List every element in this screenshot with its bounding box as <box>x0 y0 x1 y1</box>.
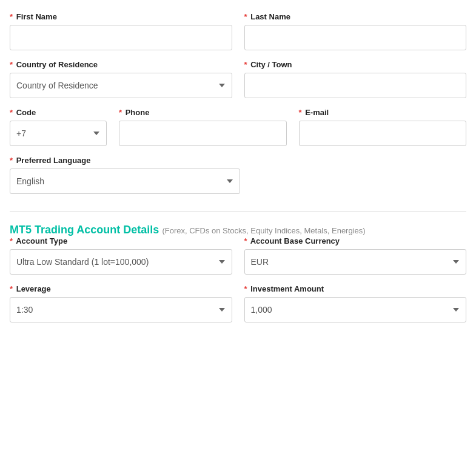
required-star-10: * <box>244 236 247 245</box>
last-name-group: * Last Name <box>244 12 467 50</box>
leverage-select[interactable]: 1:30 1:50 1:100 1:200 1:500 <box>10 297 232 322</box>
language-select-wrapper: English Russian Spanish German French <box>10 169 240 194</box>
first-name-group: * First Name <box>10 12 232 50</box>
first-name-input[interactable] <box>10 25 232 50</box>
country-select-wrapper: Country of Residence United States Unite… <box>10 73 232 98</box>
investment-select-wrapper: 1,000 5,000 10,000 50,000 <box>244 297 467 322</box>
trading-section-header: MT5 Trading Account Details (Forex, CFDs… <box>10 224 466 236</box>
required-star-8: * <box>10 156 13 165</box>
account-type-select-wrapper: Ultra Low Standard (1 lot=100,000) Ultra… <box>10 249 232 275</box>
country-label: * Country of Residence <box>10 60 232 69</box>
investment-label: * Investment Amount <box>244 284 467 293</box>
first-name-label: * First Name <box>10 12 232 21</box>
account-type-group: * Account Type Ultra Low Standard (1 lot… <box>10 236 232 275</box>
phone-label: * Phone <box>119 108 287 117</box>
required-star-9: * <box>10 236 13 245</box>
section-subtitle: (Forex, CFDs on Stocks, Equity Indices, … <box>162 226 365 235</box>
city-label: * City / Town <box>244 60 467 69</box>
language-group: * Preferred Language English Russian Spa… <box>10 156 240 194</box>
name-row: * First Name * Last Name <box>10 12 466 50</box>
phone-input[interactable] <box>119 121 287 146</box>
code-select-wrapper: +7 +1 +44 +49 +33 <box>10 121 107 146</box>
leverage-label: * Leverage <box>10 284 232 293</box>
phone-group: * Phone <box>119 108 287 146</box>
last-name-label: * Last Name <box>244 12 467 21</box>
required-star: * <box>10 12 13 21</box>
personal-details-section: * First Name * Last Name * Country of Re… <box>10 12 466 194</box>
country-city-row: * Country of Residence Country of Reside… <box>10 60 466 98</box>
leverage-group: * Leverage 1:30 1:50 1:100 1:200 1:500 <box>10 284 232 322</box>
required-star-11: * <box>10 284 13 293</box>
language-row: * Preferred Language English Russian Spa… <box>10 156 240 194</box>
required-star-12: * <box>244 284 247 293</box>
language-select[interactable]: English Russian Spanish German French <box>10 169 240 194</box>
account-type-label: * Account Type <box>10 236 232 245</box>
trading-details-section: MT5 Trading Account Details (Forex, CFDs… <box>10 224 466 322</box>
required-star-4: * <box>244 60 247 69</box>
required-star-2: * <box>244 12 247 21</box>
email-group: * E-mail <box>299 108 467 146</box>
code-label: * Code <box>10 108 107 117</box>
section-title: MT5 Trading Account Details (Forex, CFDs… <box>10 224 366 236</box>
investment-select[interactable]: 1,000 5,000 10,000 50,000 <box>244 297 467 322</box>
city-input[interactable] <box>244 73 467 98</box>
base-currency-select[interactable]: EUR USD GBP <box>244 249 467 275</box>
city-group: * City / Town <box>244 60 467 98</box>
required-star-7: * <box>299 108 302 117</box>
required-star-6: * <box>119 108 122 117</box>
code-select[interactable]: +7 +1 +44 +49 +33 <box>10 121 107 146</box>
code-phone-email-row: * Code +7 +1 +44 +49 +33 * Phone <box>10 108 466 146</box>
account-currency-row: * Account Type Ultra Low Standard (1 lot… <box>10 236 466 275</box>
section-divider <box>10 211 466 212</box>
base-currency-select-wrapper: EUR USD GBP <box>244 249 467 275</box>
last-name-input[interactable] <box>244 25 467 50</box>
language-label: * Preferred Language <box>10 156 240 165</box>
base-currency-label: * Account Base Currency <box>244 236 467 245</box>
investment-group: * Investment Amount 1,000 5,000 10,000 5… <box>244 284 467 322</box>
base-currency-group: * Account Base Currency EUR USD GBP <box>244 236 467 275</box>
required-star-3: * <box>10 60 13 69</box>
leverage-investment-row: * Leverage 1:30 1:50 1:100 1:200 1:500 *… <box>10 284 466 322</box>
required-star-5: * <box>10 108 13 117</box>
country-group: * Country of Residence Country of Reside… <box>10 60 232 98</box>
leverage-select-wrapper: 1:30 1:50 1:100 1:200 1:500 <box>10 297 232 322</box>
country-select[interactable]: Country of Residence United States Unite… <box>10 73 232 98</box>
account-type-select[interactable]: Ultra Low Standard (1 lot=100,000) Ultra… <box>10 249 232 275</box>
code-group: * Code +7 +1 +44 +49 +33 <box>10 108 107 146</box>
email-label: * E-mail <box>299 108 467 117</box>
email-input[interactable] <box>299 121 467 146</box>
